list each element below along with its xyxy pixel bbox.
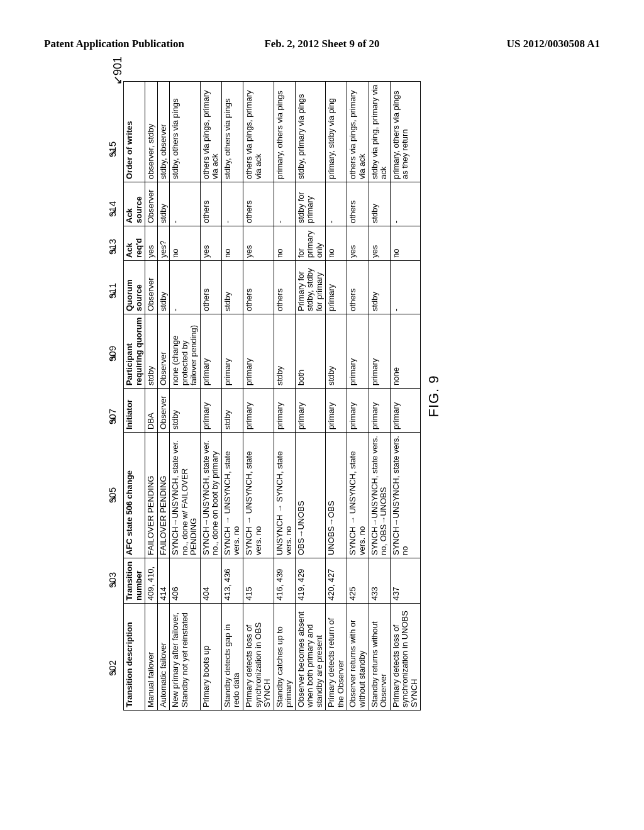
table-body: Manual failover409, 410,FAILOVER PENDING…	[145, 82, 421, 711]
cell-desc: Standby detects gap in redo data	[221, 604, 243, 711]
cell-acks: -	[326, 182, 347, 226]
cell-ackr: yes	[145, 226, 158, 261]
cell-acks: stdby for primary	[295, 182, 326, 226]
cell-part: Observer	[157, 314, 170, 389]
cell-num: 419, 429	[295, 558, 326, 604]
cell-part: none (change protected by failover pendi…	[170, 314, 201, 389]
table-row: Observer becomes absent when both primar…	[295, 82, 326, 711]
cell-part: primary	[347, 314, 369, 389]
cell-init: primary	[200, 389, 221, 433]
cell-state: SYNCH → UNSYNCH, state vers. no	[221, 433, 243, 558]
cell-ackr: yes	[347, 226, 369, 261]
cell-part: primary	[200, 314, 221, 389]
cell-part: stdby	[326, 314, 347, 389]
cell-ord: stdby, observer	[157, 82, 170, 182]
cell-desc: Observer returns with or without standby	[347, 604, 369, 711]
cell-state: FAILOVER PENDING	[157, 433, 170, 558]
figure-area: ↙901 902↘ 903↘ 905↘ 907↘ 909↘ 911↘ 913↘ …	[107, 82, 553, 711]
cell-init: DBA	[145, 389, 158, 433]
cell-state: FAILOVER PENDING	[145, 433, 158, 558]
th-acks: Ack source	[124, 182, 145, 226]
cell-ord: primary, others via pings	[274, 82, 295, 182]
cell-acks: others	[243, 182, 274, 226]
cell-quo: Primary for stdby, stdby for primary	[295, 261, 326, 314]
cell-ackr: no	[170, 226, 201, 261]
cell-ord: primary, others via pings as they return	[390, 82, 421, 182]
cell-state: SYNCH→UNSYNCH, state ver. no., done w/ F…	[170, 433, 201, 558]
table-row: Standby detects gap in redo data413, 436…	[221, 82, 243, 711]
cell-num: 425	[347, 558, 369, 604]
cell-acks: others	[347, 182, 369, 226]
cell-part: both	[295, 314, 326, 389]
cell-num: 414	[157, 558, 170, 604]
cell-state: SYNCH→UNSYNCH, state vers. no, OBS→UNOBS	[369, 433, 390, 558]
cell-state: UNOBS→OBS	[326, 433, 347, 558]
th-state: AFC state 506 change	[124, 433, 145, 558]
cell-num: 416, 439	[274, 558, 295, 604]
cell-desc: Primary detects loss of synchronization …	[390, 604, 421, 711]
ref-ackr: 913↘	[107, 246, 118, 255]
cell-num: 437	[390, 558, 421, 604]
cell-quo: others	[243, 261, 274, 314]
ref-state: 905↘	[107, 495, 118, 503]
cell-state: SYNCH→UNSYNCH, state vers. no	[390, 433, 421, 558]
cell-acks: -	[390, 182, 421, 226]
cell-acks: -	[274, 182, 295, 226]
cell-num: 404	[200, 558, 221, 604]
cell-desc: Primary boots up	[200, 604, 221, 711]
table-row: Primary detects loss of synchronization …	[243, 82, 274, 711]
cell-init: Observer	[157, 389, 170, 433]
cell-ackr: yes	[243, 226, 274, 261]
cell-state: SYNCH→UNSYNCH, state ver. no., done on b…	[200, 433, 221, 558]
cell-init: primary	[243, 389, 274, 433]
th-quo: Quorum source	[124, 261, 145, 314]
cell-ord: primary, stdby via ping	[326, 82, 347, 182]
header-right: US 2012/0030508 A1	[414, 38, 600, 50]
ref-desc: 902↘	[107, 668, 118, 676]
table-row: Standby returns without Observer433SYNCH…	[369, 82, 390, 711]
th-init: Initiator	[124, 389, 145, 433]
cell-init: primary	[274, 389, 295, 433]
cell-ord: others via pings, primary via ack	[347, 82, 369, 182]
cell-quo: -	[390, 261, 421, 314]
cell-desc: Manual failover	[145, 604, 158, 711]
cell-acks: -	[170, 182, 201, 226]
cell-acks: Observer	[145, 182, 158, 226]
cell-quo: primary	[326, 261, 347, 314]
cell-ord: stdby via ping, primary via ack	[369, 82, 390, 182]
table-header-row: Transition description Transition number…	[124, 82, 145, 711]
ref-num: 903↘	[107, 580, 118, 588]
cell-ord: stdby, others via pings	[170, 82, 201, 182]
cell-ord: stdby, primary via pings	[295, 82, 326, 182]
cell-desc: Observer becomes absent when both primar…	[295, 604, 326, 711]
th-desc: Transition description	[124, 604, 145, 711]
cell-quo: stdby	[369, 261, 390, 314]
cell-init: primary	[326, 389, 347, 433]
cell-desc: Standby catches up to primary	[274, 604, 295, 711]
cell-quo: others	[200, 261, 221, 314]
cell-state: SYNCH → UNSYNCH, state vers. no	[347, 433, 369, 558]
cell-acks: -	[221, 182, 243, 226]
figure-lead-label: ↙901	[111, 57, 125, 85]
cell-acks: others	[200, 182, 221, 226]
ref-ord: 915↘	[107, 149, 118, 157]
cell-desc: New primary after failover, Standby not …	[170, 604, 201, 711]
figure-table: Transition description Transition number…	[123, 81, 421, 711]
cell-num: 420, 427	[326, 558, 347, 604]
cell-num: 413, 436	[221, 558, 243, 604]
cell-ord: observer, stdby	[145, 82, 158, 182]
cell-desc: Primary detects return of the Observer	[326, 604, 347, 711]
cell-state: SYNCH → UNSYNCH, state vers. no	[243, 433, 274, 558]
figure-rotated: ↙901 902↘ 903↘ 905↘ 907↘ 909↘ 911↘ 913↘ …	[107, 82, 553, 711]
header-left: Patent Application Publication	[44, 38, 230, 50]
ref-part: 909↘	[107, 353, 118, 362]
th-ackr: Ack req'd	[124, 226, 145, 261]
cell-ackr: no	[390, 226, 421, 261]
cell-init: stdby	[170, 389, 201, 433]
cell-init: primary	[369, 389, 390, 433]
figure-caption: FIG. 9	[426, 82, 442, 711]
table-row: Observer returns with or without standby…	[347, 82, 369, 711]
cell-num: 409, 410,	[145, 558, 158, 604]
table-row: Primary detects loss of synchronization …	[390, 82, 421, 711]
patent-page: Patent Application Publication Feb. 2, 2…	[0, 0, 644, 830]
